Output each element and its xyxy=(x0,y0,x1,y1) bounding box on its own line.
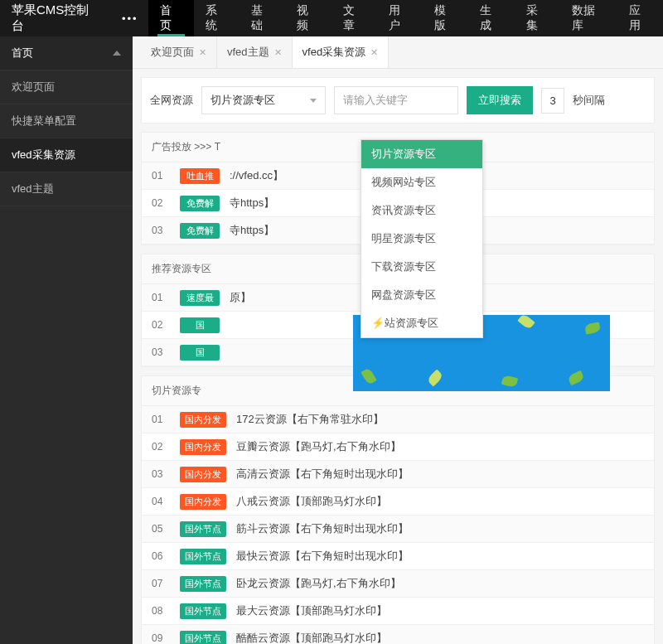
tab-1[interactable]: vfed主题✕ xyxy=(217,36,293,68)
row-index: 08 xyxy=(152,605,170,617)
status-badge: 国内分发 xyxy=(180,439,226,455)
keyword-input[interactable]: 请输入关键字 xyxy=(334,86,458,114)
status-badge: 国外节点 xyxy=(180,603,226,619)
status-badge: 速度最 xyxy=(180,290,220,306)
table-row[interactable]: 09国外节点酷酷云资源【顶部跑马灯水印】 xyxy=(142,625,654,644)
interval-input[interactable]: 3 xyxy=(541,88,564,114)
status-badge: 吐血推 xyxy=(180,168,220,184)
dropdown-option-2[interactable]: 资讯资源专区 xyxy=(361,196,482,225)
dropdown-option-4[interactable]: 下载资源专区 xyxy=(361,253,482,281)
sidebar-head-label: 首页 xyxy=(12,46,33,61)
top-nav: 首页系统基础视频文章用户模版生成采集数据库应用 xyxy=(148,0,663,36)
row-desc: 筋斗云资源【右下角短时出现水印】 xyxy=(236,521,409,536)
nav-item-0[interactable]: 首页 xyxy=(148,0,194,36)
dropdown-option-0[interactable]: 切片资源专区 xyxy=(361,140,482,168)
sidebar-head[interactable]: 首页 xyxy=(0,36,133,70)
main-area: 欢迎页面✕vfed主题✕vfed采集资源✕ 全网资源 切片资源专区 请输入关键字… xyxy=(133,36,663,644)
nav-item-3[interactable]: 视频 xyxy=(285,0,331,36)
toolbar: 全网资源 切片资源专区 请输入关键字 立即搜索 3 秒间隔 xyxy=(141,77,655,123)
sidebar-item-2[interactable]: vfed采集资源 xyxy=(0,138,133,172)
row-desc: 八戒云资源【顶部跑马灯水印】 xyxy=(236,494,387,509)
table-row[interactable]: 07国外节点卧龙云资源【跑马灯,右下角水印】 xyxy=(142,570,654,598)
sidebar-item-1[interactable]: 快捷菜单配置 xyxy=(0,104,133,138)
row-index: 06 xyxy=(152,550,170,562)
row-index: 07 xyxy=(152,578,170,589)
row-index: 02 xyxy=(152,441,170,453)
sidebar: 首页 欢迎页面快捷菜单配置vfed采集资源vfed主题 xyxy=(0,36,133,644)
row-index: 01 xyxy=(152,292,170,303)
table-row[interactable]: 01国内分发172云资源【右下角常驻水印】 xyxy=(142,406,654,433)
row-desc: 寺https】 xyxy=(230,196,274,211)
nav-item-2[interactable]: 基础 xyxy=(240,0,285,36)
status-badge: 国外节点 xyxy=(180,631,226,645)
select-value: 切片资源专区 xyxy=(211,93,275,108)
resource-select[interactable]: 切片资源专区 xyxy=(201,86,326,114)
status-badge: 国外节点 xyxy=(180,576,226,592)
status-badge: 国内分发 xyxy=(180,467,226,482)
row-index: 04 xyxy=(152,496,170,507)
row-index: 01 xyxy=(152,414,170,425)
toolbar-label: 全网资源 xyxy=(150,93,193,108)
table-row[interactable]: 08国外节点最大云资源【顶部跑马灯水印】 xyxy=(142,598,654,625)
nav-item-10[interactable]: 应用 xyxy=(617,0,663,36)
tab-label: vfed主题 xyxy=(227,45,269,60)
dropdown-option-3[interactable]: 明星资源专区 xyxy=(361,225,482,253)
row-desc: 172云资源【右下角常驻水印】 xyxy=(236,412,384,427)
close-icon[interactable]: ✕ xyxy=(199,47,206,58)
table-row[interactable]: 03国内分发高清云资源【右下角短时出现水印】 xyxy=(142,461,654,488)
table-row[interactable]: 02国内分发豆瓣云资源【跑马灯,右下角水印】 xyxy=(142,433,654,461)
tab-label: vfed采集资源 xyxy=(302,45,366,60)
row-desc: 最大云资源【顶部跑马灯水印】 xyxy=(236,603,387,618)
dropdown-option-6[interactable]: ⚡站资源专区 xyxy=(361,309,482,337)
tab-2[interactable]: vfed采集资源✕ xyxy=(293,36,390,68)
row-index: 03 xyxy=(152,468,170,480)
row-desc: 最快云资源【右下角短时出现水印】 xyxy=(236,549,409,564)
row-desc: 卧龙云资源【跑马灯,右下角水印】 xyxy=(236,576,401,591)
row-index: 02 xyxy=(152,319,170,331)
status-badge: 免费解 xyxy=(180,223,220,239)
row-index: 05 xyxy=(152,523,170,535)
sidebar-item-3[interactable]: vfed主题 xyxy=(0,172,133,206)
resource-dropdown: 切片资源专区视频网站专区资讯资源专区明星资源专区下载资源专区网盘资源专区⚡站资源… xyxy=(361,139,483,338)
row-desc: 豆瓣云资源【跑马灯,右下角水印】 xyxy=(236,439,401,454)
table-row[interactable]: 06国外节点最快云资源【右下角短时出现水印】 xyxy=(142,543,654,570)
tab-0[interactable]: 欢迎页面✕ xyxy=(141,36,217,68)
more-icon[interactable]: ••• xyxy=(112,12,148,25)
brand-title: 苹果CMS控制台 xyxy=(0,2,112,34)
row-index: 03 xyxy=(152,225,170,236)
nav-item-1[interactable]: 系统 xyxy=(194,0,240,36)
row-desc: 寺https】 xyxy=(230,223,274,238)
status-badge: 国外节点 xyxy=(180,521,226,537)
nav-item-4[interactable]: 文章 xyxy=(332,0,377,36)
row-index: 03 xyxy=(152,346,170,358)
sidebar-item-0[interactable]: 欢迎页面 xyxy=(0,70,133,104)
row-index: 09 xyxy=(152,632,170,644)
table-row[interactable]: 05国外节点筋斗云资源【右下角短时出现水印】 xyxy=(142,516,654,543)
nav-item-5[interactable]: 用户 xyxy=(377,0,423,36)
search-button[interactable]: 立即搜索 xyxy=(467,86,533,114)
row-desc: 酷酷云资源【顶部跑马灯水印】 xyxy=(236,631,387,644)
row-desc: 高清云资源【右下角短时出现水印】 xyxy=(236,467,409,482)
top-bar: 苹果CMS控制台 ••• 首页系统基础视频文章用户模版生成采集数据库应用 xyxy=(0,0,663,36)
status-badge: 国 xyxy=(180,345,220,361)
row-index: 02 xyxy=(152,197,170,209)
close-icon[interactable]: ✕ xyxy=(370,47,378,58)
status-badge: 免费解 xyxy=(180,196,220,211)
row-desc: ://vfed.cc】 xyxy=(230,168,283,183)
panel-2: 切片资源专01国内分发172云资源【右下角常驻水印】02国内分发豆瓣云资源【跑马… xyxy=(141,375,655,644)
status-badge: 国内分发 xyxy=(180,412,226,428)
interval-unit: 秒间隔 xyxy=(573,93,605,108)
nav-item-6[interactable]: 模版 xyxy=(423,0,468,36)
tab-label: 欢迎页面 xyxy=(151,45,194,60)
collapse-icon xyxy=(113,51,121,56)
dropdown-option-5[interactable]: 网盘资源专区 xyxy=(361,281,482,309)
nav-item-8[interactable]: 采集 xyxy=(515,0,560,36)
table-row[interactable]: 04国内分发八戒云资源【顶部跑马灯水印】 xyxy=(142,488,654,516)
close-icon[interactable]: ✕ xyxy=(274,47,282,58)
status-badge: 国 xyxy=(180,317,220,333)
row-index: 01 xyxy=(152,170,170,182)
nav-item-9[interactable]: 数据库 xyxy=(560,0,617,36)
nav-item-7[interactable]: 生成 xyxy=(468,0,514,36)
chevron-down-icon xyxy=(310,99,317,103)
dropdown-option-1[interactable]: 视频网站专区 xyxy=(361,168,482,196)
